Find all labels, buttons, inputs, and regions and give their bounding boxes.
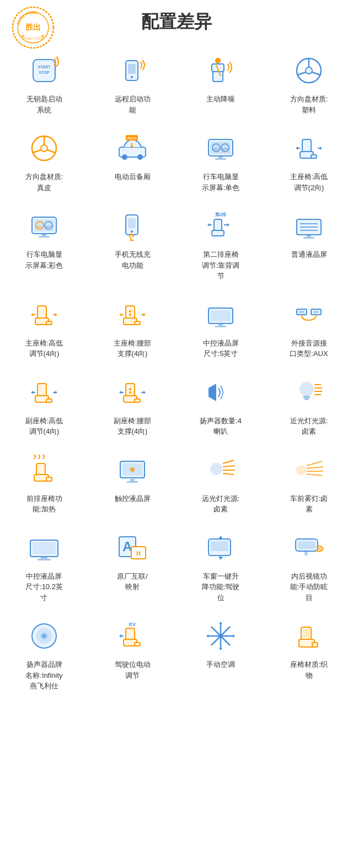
svg-marker-159	[206, 634, 208, 638]
svg-point-122	[297, 466, 306, 475]
svg-marker-157	[219, 622, 222, 624]
svg-text:km: km	[214, 147, 218, 150]
svg-rect-81	[211, 310, 231, 321]
svg-line-121	[223, 473, 234, 475]
svg-point-79	[129, 314, 131, 316]
svg-point-56	[131, 230, 133, 233]
svg-rect-130	[38, 559, 51, 560]
feature-steering-leather: 方向盘材质:真皮	[0, 123, 88, 201]
svg-rect-43	[311, 155, 317, 158]
features-grid: START STOP 无钥匙启动系统	[0, 40, 353, 705]
svg-line-25	[33, 150, 41, 153]
svg-marker-45	[320, 147, 322, 150]
keyless-label: 无钥匙启动系统	[26, 94, 62, 115]
svg-rect-103	[303, 396, 310, 398]
mirror-label: 内后视镜功能:手动防眩目	[290, 571, 328, 603]
seat4-icon	[26, 297, 62, 332]
svg-rect-109	[36, 463, 45, 476]
svg-text:EV: EV	[129, 622, 136, 627]
svg-point-98	[129, 388, 131, 390]
columbar4-label: 副座椅:腰部支撑(4向)	[114, 416, 152, 437]
coseat4-icon	[26, 375, 62, 410]
svg-text:rpm: rpm	[46, 225, 51, 228]
svg-marker-61	[227, 223, 229, 227]
steering-icon	[291, 53, 327, 88]
svg-rect-58	[214, 219, 222, 231]
lcd-label: 普通液晶屏	[291, 249, 327, 260]
svg-marker-137	[218, 536, 223, 539]
svg-marker-91	[31, 391, 33, 394]
electricseat-label: 驾驶位电动调节	[115, 659, 151, 681]
seat4-label: 主座椅:高低调节(4向)	[25, 338, 63, 359]
speakers-label: 扬声器数量:4喇叭	[200, 416, 242, 437]
fog-icon	[291, 452, 327, 488]
svg-marker-160	[233, 634, 235, 638]
svg-rect-40	[215, 158, 226, 160]
svg-point-18	[306, 67, 312, 74]
window-label: 车窗一键升降功能:驾驶位	[202, 571, 240, 603]
svg-rect-66	[307, 235, 311, 237]
svg-text:rpm: rpm	[222, 147, 228, 150]
feature-seat-lumbar-4: 主座椅:腰部支撑(4向)	[88, 289, 176, 367]
speakerbrand-label: 扬声器品牌名称:Infinity燕飞利仕	[25, 659, 62, 692]
svg-text:第2排: 第2排	[215, 212, 227, 217]
feature-fog: 车前雾灯:卤素	[265, 445, 353, 522]
page-container: AUTO HOME 胜出 ★ ★ START STOP 配置差异 START	[0, 0, 353, 721]
lowbeam-label: 近光灯光源:卤素	[290, 416, 328, 437]
computer-color-label: 行车电脑显示屏幕:彩色	[25, 249, 63, 271]
aux-label: 外接音源接口类型:AUX	[290, 338, 328, 359]
feature-wireless-charge: 手机无线充电功能	[88, 201, 176, 289]
svg-text:km: km	[38, 225, 42, 228]
feature-touch-lcd: 触控液晶屏	[88, 445, 176, 522]
steering-leather-label: 方向盘材质:真皮	[25, 171, 63, 193]
svg-rect-75	[135, 321, 140, 325]
feature-seat-heat: 前排座椅功能:加热	[0, 445, 88, 522]
svg-rect-115	[130, 479, 135, 481]
svg-point-12	[131, 76, 133, 78]
carplay-label: 原厂互联/映射	[117, 571, 148, 592]
fog-label: 车前雾灯:卤素	[290, 493, 328, 515]
touchlcd-icon	[115, 452, 150, 488]
fabricseat-label: 座椅材质:织物	[290, 659, 328, 681]
svg-line-119	[223, 466, 235, 467]
svg-marker-158	[219, 648, 222, 650]
feature-center-10inch: 中控液晶屏尺寸:10.2英寸	[0, 522, 88, 611]
svg-rect-39	[218, 156, 223, 158]
svg-marker-60	[207, 223, 210, 227]
feature-copilot-4way: 副座椅:高低调节(4向)	[0, 367, 88, 445]
svg-line-118	[223, 460, 234, 463]
svg-point-28	[122, 154, 127, 160]
feature-mirror: 内后视镜功能:手动防眩目	[265, 522, 353, 611]
svg-rect-150	[135, 643, 140, 646]
remote-label: 远程启动功能	[115, 94, 151, 115]
svg-point-99	[129, 391, 131, 393]
svg-line-124	[307, 467, 323, 468]
svg-marker-96	[119, 391, 121, 394]
svg-rect-136	[211, 541, 228, 551]
svg-rect-70	[46, 321, 52, 325]
heatseat-icon	[26, 452, 62, 488]
svg-marker-72	[55, 313, 57, 316]
feature-high-beam: 远光灯光源:卤素	[176, 445, 265, 522]
svg-point-156	[218, 633, 223, 639]
header: AUTO HOME 胜出 ★ ★ START STOP 配置差异	[0, 0, 353, 40]
feature-keyless-start: START STOP 无钥匙启动系统	[0, 45, 88, 123]
seat2-icon	[291, 131, 327, 166]
svg-text:STOP: STOP	[39, 71, 50, 74]
speaker-icon	[203, 375, 238, 410]
svg-line-21	[312, 72, 320, 75]
center10-icon	[26, 530, 62, 565]
svg-marker-76	[119, 313, 121, 316]
noise-label: 主动降噪	[206, 94, 235, 105]
svg-marker-138	[218, 557, 223, 560]
svg-marker-151	[119, 634, 121, 638]
mirror-icon	[291, 530, 327, 565]
keyless-icon: START STOP	[26, 53, 62, 88]
steering2-icon	[26, 131, 62, 166]
electricseat-icon: EV	[115, 618, 150, 654]
svg-line-20	[298, 72, 306, 75]
manualac-label: 手动空调	[206, 659, 235, 670]
svg-text:START STOP: START STOP	[23, 37, 44, 40]
svg-rect-82	[218, 324, 223, 326]
manualac-icon	[203, 618, 238, 654]
